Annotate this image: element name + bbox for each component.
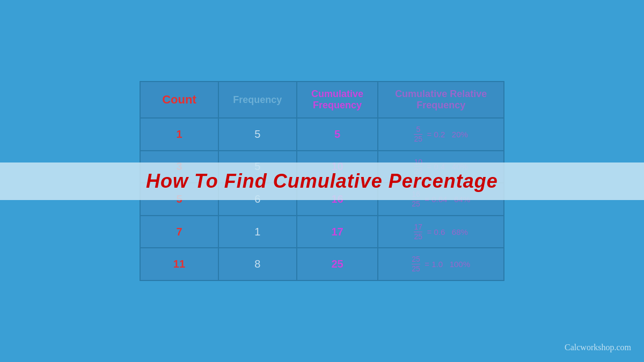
cell-freq-3: 1 [218,216,297,248]
banner: How To Find Cumulative Percentage [0,162,644,200]
cell-cumfreq-0: 5 [297,118,378,151]
watermark: Calcworkshop.com [565,343,631,352]
cell-count-4: 11 [140,248,218,280]
header-cumulative-frequency: CumulativeFrequency [297,82,378,118]
table-row: 1 5 5 5 25 = 0.2 20% [140,118,504,151]
cell-cumrel-0: 5 25 = 0.2 20% [378,118,504,151]
header-row: Count Frequency CumulativeFrequency Cumu… [140,82,504,118]
header-frequency: Frequency [218,82,297,118]
header-cumulative-relative-frequency: Cumulative RelativeFrequency [378,82,504,118]
cell-cumrel-4: 25 25 = 1.0 100% [378,248,504,280]
cell-cumfreq-3: 17 [297,216,378,248]
cell-freq-0: 5 [218,118,297,151]
table-row: 11 8 25 25 25 = 1.0 100% [140,248,504,280]
banner-text: How To Find Cumulative Percentage [146,170,498,192]
cell-cumrel-3: 17 25 = 0.6 68% [378,216,504,248]
cell-cumfreq-4: 25 [297,248,378,280]
cell-count-0: 1 [140,118,218,151]
cell-count-3: 7 [140,216,218,248]
cell-freq-4: 8 [218,248,297,280]
table-row: 7 1 17 17 25 = 0.6 68% [140,216,504,248]
header-count: Count [140,82,218,118]
